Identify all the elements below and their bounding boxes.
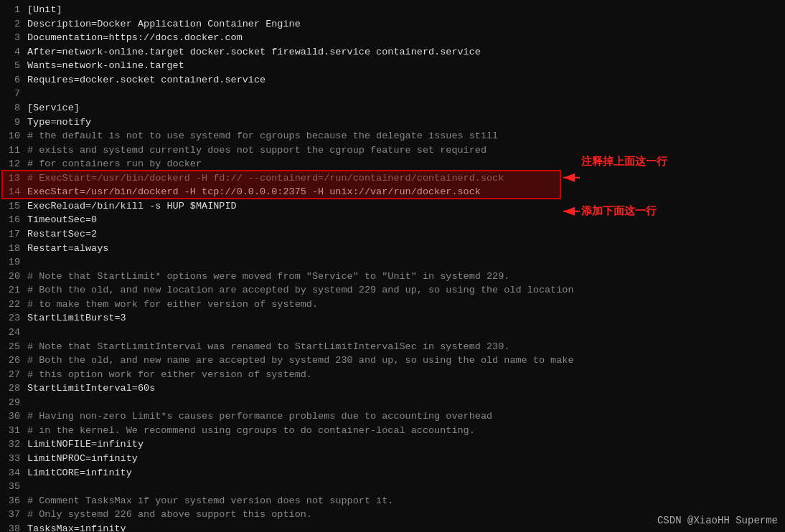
annotation-bottom-arrow — [0, 0, 785, 532]
watermark: CSDN @XiaoHH Superme — [657, 515, 778, 526]
annotation-bottom-text: 添加下面这一行 — [581, 204, 657, 218]
annotation-top-text: 注释掉上面这一行 — [581, 155, 667, 168]
